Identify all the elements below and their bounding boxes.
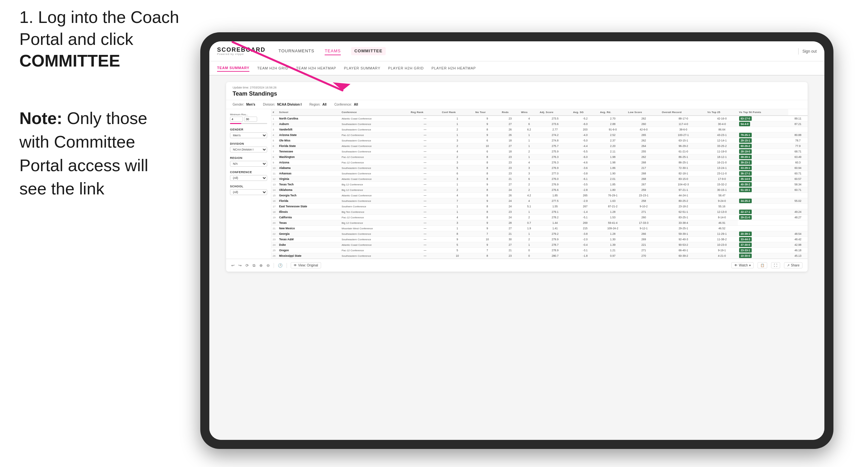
min-rounds-to-input[interactable]: [244, 117, 257, 122]
table-row: 11ArkansasSoutheastern Conference—682332…: [271, 171, 808, 176]
step-prefix: 1. Log into the Coach Portal and click: [20, 8, 179, 49]
table-cell: -3.1: [572, 248, 599, 253]
view-original-button[interactable]: 👁 View: Original: [291, 262, 321, 269]
division-select[interactable]: NCAA Division I: [230, 147, 267, 152]
table-cell: Tennessee: [278, 149, 340, 154]
table-cell: 26: [271, 253, 278, 259]
subnav-player-h2h-heatmap[interactable]: PLAYER H2H HEATMAP: [432, 65, 476, 71]
redo-icon[interactable]: ↪: [239, 263, 242, 268]
table-cell: East Tennessee State: [278, 204, 340, 209]
table-cell: 1.98: [598, 160, 627, 165]
table-cell: 9: [474, 226, 500, 231]
table-cell: 30: [500, 237, 520, 242]
table-cell: 88-17-0: [661, 116, 706, 121]
table-cell: 6: [474, 138, 500, 144]
table-cell: 271: [627, 209, 660, 215]
table-cell: 269: [572, 220, 599, 226]
table-cell: 3: [441, 160, 474, 165]
table-cell: 1.28: [598, 231, 627, 237]
table-cell: Arkansas: [278, 171, 340, 176]
table-cell: 5.1: [520, 204, 538, 209]
table-cell: 1: [441, 132, 474, 138]
sign-out-button[interactable]: Sign out: [802, 49, 817, 54]
table-cell: 2: [441, 127, 474, 132]
table-cell: 17-33-3: [627, 220, 660, 226]
table-cell: 90-53-2: [661, 242, 706, 248]
table-cell: 60.94: [788, 165, 808, 171]
table-row: 15Georgia TechAtlantic Coast Conference—…: [271, 193, 808, 198]
table-cell: 15: [271, 193, 278, 198]
table-cell: 9: [474, 242, 500, 248]
points-cell: 23-33-1: [738, 248, 788, 253]
table-cell: -2.8: [572, 187, 599, 193]
conference-select[interactable]: (All): [230, 175, 267, 181]
watch-button[interactable]: 👁 Watch ▾: [731, 262, 754, 269]
table-cell: 28: [500, 220, 520, 226]
plus-icon[interactable]: ⊕: [259, 263, 262, 268]
table-cell: 2: [441, 144, 474, 149]
table-cell: 63.49: [788, 154, 808, 160]
fullscreen-button[interactable]: ⛶: [771, 262, 780, 269]
min-rounds-from-input[interactable]: [230, 117, 243, 122]
table-row: 13Texas TechBig 12 Conference—19272276.9…: [271, 182, 808, 187]
table-cell: 1: [441, 204, 474, 209]
table-cell: —: [409, 144, 441, 149]
table-cell: -1.8: [572, 253, 599, 259]
region-select[interactable]: N/A: [230, 161, 267, 167]
col-avg-sg: Avg. SG: [572, 109, 599, 116]
table-cell: 23-11-0: [706, 171, 738, 176]
table-cell: 4: [441, 215, 474, 220]
table-cell: -0.4: [572, 242, 599, 248]
table-cell: —: [409, 165, 441, 171]
table-cell: 1: [520, 154, 538, 160]
table-cell: 203: [572, 127, 599, 132]
table-cell: 23: [500, 116, 520, 121]
table-cell: 1.85: [598, 182, 627, 187]
col-adj-score: Adj. Score: [538, 109, 572, 116]
table-cell: 1.28: [598, 209, 627, 215]
table-cell: 267: [627, 182, 660, 187]
col-overall-record: Overall Record: [661, 109, 706, 116]
table-cell: 9: [474, 116, 500, 121]
subnav-player-h2h-grid[interactable]: PLAYER H2H GRID: [388, 65, 424, 71]
clipboard-button[interactable]: 📋: [757, 262, 767, 269]
table-cell: Arizona: [278, 160, 340, 165]
table-cell: 255: [627, 149, 660, 154]
table-cell: -6.0: [572, 154, 599, 160]
table-cell: 42.98: [788, 242, 808, 248]
table-cell: 38-6-0: [661, 127, 706, 132]
minus-icon[interactable]: ⊖: [267, 263, 270, 268]
points-cell: 39-23-1: [738, 160, 788, 165]
conference-filter-label: Conference: [230, 170, 267, 174]
table-cell: 46.52: [706, 226, 738, 231]
gender-select[interactable]: Men's: [230, 132, 267, 138]
table-cell: 6: [474, 149, 500, 154]
gender-filter-label: Gender: [230, 128, 267, 131]
table-cell: 1.86: [598, 165, 627, 171]
table-cell: -3.5: [572, 182, 599, 187]
table-cell: Big 12 Conference: [340, 220, 409, 226]
table-cell: 8: [474, 215, 500, 220]
points-cell: 79-25-1: [738, 132, 788, 138]
table-cell: —: [409, 160, 441, 165]
table-cell: 8-14-0: [706, 215, 738, 220]
table-cell: 271: [627, 248, 660, 253]
table-cell: 18-12-1: [706, 154, 738, 160]
copy-icon[interactable]: ⧉: [253, 263, 255, 268]
share-button[interactable]: ↗ Share: [784, 262, 802, 269]
table-cell: —: [409, 248, 441, 253]
table-cell: —: [409, 220, 441, 226]
school-select[interactable]: (All): [230, 189, 267, 195]
points-cell: 28-19-0: [738, 149, 788, 154]
clock-icon[interactable]: 🕐: [278, 263, 283, 268]
table-cell: 59-39-1: [661, 231, 706, 237]
refresh-icon[interactable]: ⟳: [246, 263, 249, 268]
table-cell: 60.71: [788, 171, 808, 176]
table-cell: 1: [520, 209, 538, 215]
table-cell: 277.5: [538, 198, 572, 204]
table-cell: 10: [474, 144, 500, 149]
table-cell: 1.80: [598, 187, 627, 193]
table-cell: 80.88: [788, 132, 808, 138]
undo-icon[interactable]: ↩: [231, 263, 235, 268]
note-text: Note: Only those with Committee Portal a…: [20, 106, 175, 200]
